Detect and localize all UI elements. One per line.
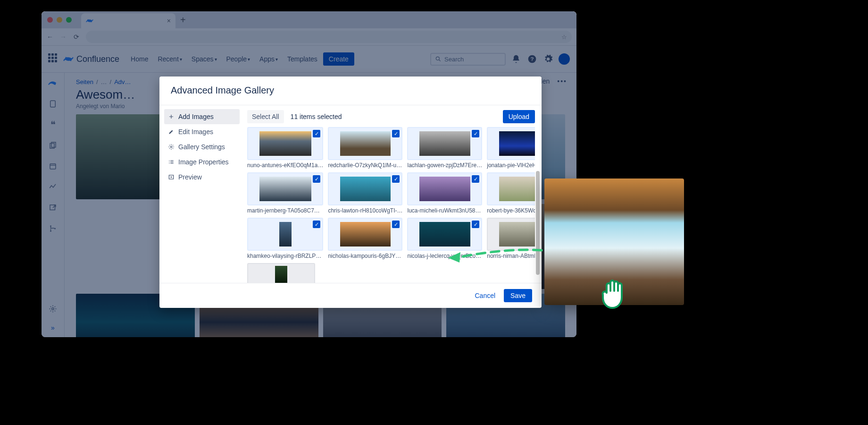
image-filename: nuno-antunes-eKfEO0qM1a…: [247, 162, 323, 169]
image-card[interactable]: ✓nicolas-j-leclercq-va_nrBLo…: [407, 218, 482, 259]
cancel-button[interactable]: Cancel: [471, 289, 499, 302]
tab-gallery-settings[interactable]: Gallery Settings: [164, 139, 240, 154]
image-filename: robert-bye-36K5WckeU3o-…: [487, 207, 535, 214]
checkbox-selected-icon[interactable]: ✓: [392, 175, 400, 183]
browser-window: × + ← → ⟳ ☆ Confluence Home Recent▾ Spac…: [42, 11, 576, 337]
save-button[interactable]: Save: [504, 289, 532, 302]
modal-title: Advanced Image Gallery: [159, 76, 542, 105]
image-thumb[interactable]: ✓: [328, 127, 402, 160]
image-gallery-modal: Advanced Image Gallery Add Images Edit I…: [159, 76, 542, 308]
image-filename: luca-micheli-ruWkmt3nU58…: [407, 207, 482, 214]
image-thumb[interactable]: [247, 263, 315, 283]
image-thumb[interactable]: ✓: [407, 218, 482, 251]
image-placeholder: [275, 266, 287, 282]
pane-toolbar: Select All 11 items selected Upload: [247, 110, 535, 123]
selected-count: 11 items selected: [291, 113, 342, 120]
svg-point-21: [170, 146, 172, 148]
tab-add-images[interactable]: Add Images: [164, 109, 240, 124]
select-all-button[interactable]: Select All: [247, 110, 284, 123]
image-filename: jonatan-pie-VlH2eHyE_50-…: [487, 162, 535, 169]
modal-footer: Cancel Save: [159, 283, 542, 308]
list-icon: [168, 159, 175, 165]
image-filename: lachlan-gowen-zpjDzM7Ere…: [407, 162, 482, 169]
image-placeholder: [279, 222, 292, 247]
image-filename: norris-niman-ABtmE3jhaPQ…: [487, 253, 535, 259]
image-placeholder: [419, 131, 470, 156]
image-placeholder: [340, 177, 391, 202]
image-placeholder: [419, 222, 470, 247]
checkbox-selected-icon[interactable]: ✓: [472, 221, 479, 228]
tab-preview[interactable]: Preview: [164, 170, 240, 185]
checkbox-selected-icon[interactable]: ✓: [392, 221, 400, 228]
checkbox-selected-icon[interactable]: ✓: [313, 130, 320, 137]
image-card[interactable]: ✓martin-jernberg-TA05o8C7…: [247, 172, 323, 214]
tab-image-properties[interactable]: Image Properties: [164, 154, 240, 170]
checkbox-selected-icon[interactable]: ✓: [313, 221, 320, 228]
image-thumb[interactable]: ✓: [407, 127, 482, 160]
image-thumb[interactable]: [487, 218, 535, 251]
thumbnail-scroll[interactable]: ✓nuno-antunes-eKfEO0qM1a…✓redcharlie-O7z…: [247, 127, 535, 283]
gear-icon: [168, 144, 175, 150]
checkbox-selected-icon[interactable]: ✓: [472, 175, 479, 183]
image-card[interactable]: ✓khamkeo-vilaysing-rBRZLP…: [247, 218, 323, 259]
image-card[interactable]: ✓lachlan-gowen-zpjDzM7Ere…: [407, 127, 482, 169]
image-placeholder: [259, 177, 311, 202]
thumbnail-grid: ✓nuno-antunes-eKfEO0qM1a…✓redcharlie-O7z…: [247, 127, 532, 259]
image-thumb[interactable]: ✓: [328, 218, 402, 251]
image-filename: nicholas-kampouris-6gBJY…: [328, 253, 402, 259]
scrollbar-thumb[interactable]: [536, 171, 540, 275]
image-filename: nicolas-j-leclercq-va_nrBLo…: [407, 253, 482, 259]
image-card[interactable]: ✓redcharlie-O7zkyNkQ1lM-u…: [328, 127, 402, 169]
plus-icon: [168, 113, 175, 120]
image-placeholder: [499, 131, 535, 156]
checkbox-selected-icon[interactable]: ✓: [313, 175, 320, 183]
modal-body: Add Images Edit Images Gallery Settings …: [159, 105, 542, 283]
image-thumb[interactable]: ✓: [247, 127, 323, 160]
image-placeholder: [419, 177, 470, 202]
upload-button[interactable]: Upload: [503, 110, 535, 123]
tab-edit-images[interactable]: Edit Images: [164, 124, 240, 139]
modal-side-panel: Add Images Edit Images Gallery Settings …: [159, 105, 244, 283]
checkbox-selected-icon[interactable]: ✓: [392, 130, 400, 137]
image-card[interactable]: ✓chris-lawton-rH810coWgTI-…: [328, 172, 402, 214]
image-card[interactable]: [247, 263, 315, 283]
image-card[interactable]: ✓nicholas-kampouris-6gBJY…: [328, 218, 402, 259]
image-placeholder: [499, 222, 535, 247]
svg-marker-29: [171, 176, 173, 178]
pencil-icon: [168, 128, 175, 135]
image-filename: redcharlie-O7zkyNkQ1lM-u…: [328, 162, 402, 169]
image-placeholder: [340, 222, 391, 247]
image-thumb[interactable]: ✓: [247, 218, 323, 251]
image-card[interactable]: ✓luca-micheli-ruWkmt3nU58…: [407, 172, 482, 214]
image-card[interactable]: ✓jonatan-pie-VlH2eHyE_50-…: [487, 127, 535, 169]
image-filename: khamkeo-vilaysing-rBRZLP…: [247, 253, 323, 259]
image-thumb[interactable]: ✓: [328, 172, 402, 205]
image-placeholder: [499, 177, 535, 202]
image-thumb[interactable]: ✓: [487, 127, 535, 160]
image-card[interactable]: ✓robert-bye-36K5WckeU3o-…: [487, 172, 535, 214]
image-placeholder: [340, 131, 391, 156]
image-thumb[interactable]: ✓: [247, 172, 323, 205]
dragged-image[interactable]: [544, 178, 684, 305]
preview-icon: [168, 174, 175, 180]
image-thumb[interactable]: ✓: [407, 172, 482, 205]
checkbox-selected-icon[interactable]: ✓: [472, 130, 479, 137]
image-card[interactable]: ✓nuno-antunes-eKfEO0qM1a…: [247, 127, 323, 169]
image-placeholder: [259, 131, 311, 156]
image-filename: martin-jernberg-TA05o8C7…: [247, 207, 323, 214]
image-card[interactable]: norris-niman-ABtmE3jhaPQ…: [487, 218, 535, 259]
image-thumb[interactable]: ✓: [487, 172, 535, 205]
image-filename: chris-lawton-rH810coWgTI-…: [328, 207, 402, 214]
modal-pane: Select All 11 items selected Upload ✓nun…: [244, 105, 542, 283]
